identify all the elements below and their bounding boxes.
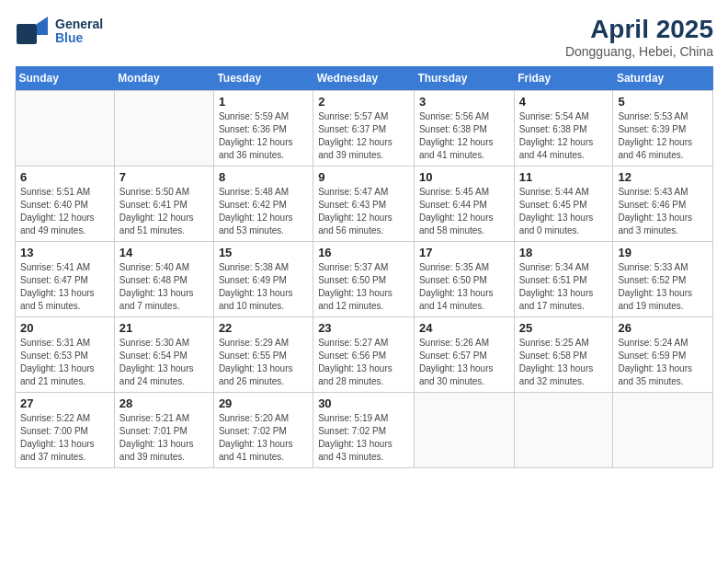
day-info: Sunrise: 5:44 AM Sunset: 6:45 PM Dayligh… bbox=[519, 186, 609, 237]
calendar-cell: 23Sunrise: 5:27 AM Sunset: 6:56 PM Dayli… bbox=[313, 317, 415, 393]
calendar-cell bbox=[613, 393, 713, 468]
day-number: 22 bbox=[219, 321, 308, 335]
weekday-header: Sunday bbox=[16, 66, 115, 91]
svg-marker-1 bbox=[37, 17, 48, 35]
logo-text: General Blue bbox=[55, 17, 103, 46]
weekday-header: Thursday bbox=[414, 66, 514, 91]
day-number: 14 bbox=[119, 246, 209, 259]
weekday-header: Tuesday bbox=[213, 66, 313, 91]
calendar-cell: 22Sunrise: 5:29 AM Sunset: 6:55 PM Dayli… bbox=[213, 317, 313, 393]
day-number: 13 bbox=[20, 246, 109, 259]
calendar-table: SundayMondayTuesdayWednesdayThursdayFrid… bbox=[15, 66, 713, 468]
calendar-cell: 2Sunrise: 5:57 AM Sunset: 6:37 PM Daylig… bbox=[313, 91, 415, 167]
calendar-week-row: 13Sunrise: 5:41 AM Sunset: 6:47 PM Dayli… bbox=[16, 242, 713, 317]
day-info: Sunrise: 5:50 AM Sunset: 6:41 PM Dayligh… bbox=[119, 186, 209, 237]
calendar-cell: 16Sunrise: 5:37 AM Sunset: 6:50 PM Dayli… bbox=[313, 242, 415, 317]
calendar-cell: 17Sunrise: 5:35 AM Sunset: 6:50 PM Dayli… bbox=[414, 242, 514, 317]
calendar-cell: 9Sunrise: 5:47 AM Sunset: 6:43 PM Daylig… bbox=[313, 167, 415, 242]
day-info: Sunrise: 5:41 AM Sunset: 6:47 PM Dayligh… bbox=[20, 261, 109, 313]
day-number: 17 bbox=[419, 246, 509, 259]
day-info: Sunrise: 5:43 AM Sunset: 6:46 PM Dayligh… bbox=[618, 186, 708, 237]
calendar-cell: 18Sunrise: 5:34 AM Sunset: 6:51 PM Dayli… bbox=[514, 242, 613, 317]
calendar-cell: 7Sunrise: 5:50 AM Sunset: 6:41 PM Daylig… bbox=[114, 167, 213, 242]
calendar-cell: 28Sunrise: 5:21 AM Sunset: 7:01 PM Dayli… bbox=[114, 393, 213, 468]
day-info: Sunrise: 5:40 AM Sunset: 6:48 PM Dayligh… bbox=[119, 261, 209, 313]
day-number: 6 bbox=[20, 170, 109, 184]
day-number: 27 bbox=[20, 396, 109, 410]
day-number: 28 bbox=[119, 396, 209, 410]
day-info: Sunrise: 5:47 AM Sunset: 6:43 PM Dayligh… bbox=[318, 186, 409, 237]
day-number: 8 bbox=[219, 170, 308, 184]
day-number: 21 bbox=[119, 321, 209, 335]
calendar-cell: 1Sunrise: 5:59 AM Sunset: 6:36 PM Daylig… bbox=[213, 91, 313, 167]
day-info: Sunrise: 5:59 AM Sunset: 6:36 PM Dayligh… bbox=[219, 110, 308, 162]
day-number: 16 bbox=[318, 246, 409, 259]
day-info: Sunrise: 5:53 AM Sunset: 6:39 PM Dayligh… bbox=[618, 110, 708, 162]
title-area: April 2025 Dongguang, Hebei, China bbox=[565, 15, 713, 59]
calendar-cell: 4Sunrise: 5:54 AM Sunset: 6:38 PM Daylig… bbox=[514, 91, 613, 167]
day-info: Sunrise: 5:20 AM Sunset: 7:02 PM Dayligh… bbox=[219, 412, 308, 464]
calendar-cell: 15Sunrise: 5:38 AM Sunset: 6:49 PM Dayli… bbox=[213, 242, 313, 317]
weekday-header: Monday bbox=[114, 66, 213, 91]
calendar-cell bbox=[16, 91, 115, 167]
calendar-cell: 29Sunrise: 5:20 AM Sunset: 7:02 PM Dayli… bbox=[213, 393, 313, 468]
day-number: 29 bbox=[219, 396, 308, 410]
calendar-week-row: 27Sunrise: 5:22 AM Sunset: 7:00 PM Dayli… bbox=[16, 393, 713, 468]
day-number: 24 bbox=[419, 321, 509, 335]
day-number: 7 bbox=[119, 170, 209, 184]
logo: General Blue bbox=[15, 15, 103, 48]
day-info: Sunrise: 5:29 AM Sunset: 6:55 PM Dayligh… bbox=[219, 337, 308, 388]
calendar-week-row: 6Sunrise: 5:51 AM Sunset: 6:40 PM Daylig… bbox=[16, 167, 713, 242]
day-info: Sunrise: 5:34 AM Sunset: 6:51 PM Dayligh… bbox=[519, 261, 609, 313]
weekday-header: Friday bbox=[514, 66, 613, 91]
day-info: Sunrise: 5:24 AM Sunset: 6:59 PM Dayligh… bbox=[618, 337, 708, 388]
calendar-cell: 30Sunrise: 5:19 AM Sunset: 7:02 PM Dayli… bbox=[313, 393, 415, 468]
calendar-week-row: 20Sunrise: 5:31 AM Sunset: 6:53 PM Dayli… bbox=[16, 317, 713, 393]
calendar-cell: 25Sunrise: 5:25 AM Sunset: 6:58 PM Dayli… bbox=[514, 317, 613, 393]
day-info: Sunrise: 5:38 AM Sunset: 6:49 PM Dayligh… bbox=[219, 261, 308, 313]
day-number: 25 bbox=[519, 321, 609, 335]
calendar-cell: 26Sunrise: 5:24 AM Sunset: 6:59 PM Dayli… bbox=[613, 317, 713, 393]
calendar-cell: 19Sunrise: 5:33 AM Sunset: 6:52 PM Dayli… bbox=[613, 242, 713, 317]
day-info: Sunrise: 5:21 AM Sunset: 7:01 PM Dayligh… bbox=[119, 412, 209, 464]
day-info: Sunrise: 5:35 AM Sunset: 6:50 PM Dayligh… bbox=[419, 261, 509, 313]
day-info: Sunrise: 5:22 AM Sunset: 7:00 PM Dayligh… bbox=[20, 412, 109, 464]
weekday-header: Wednesday bbox=[313, 66, 415, 91]
day-number: 10 bbox=[419, 170, 509, 184]
weekday-header-row: SundayMondayTuesdayWednesdayThursdayFrid… bbox=[16, 66, 713, 91]
day-number: 2 bbox=[318, 95, 409, 109]
day-info: Sunrise: 5:30 AM Sunset: 6:54 PM Dayligh… bbox=[119, 337, 209, 388]
calendar-cell: 14Sunrise: 5:40 AM Sunset: 6:48 PM Dayli… bbox=[114, 242, 213, 317]
day-number: 5 bbox=[618, 95, 708, 109]
logo-general: General bbox=[55, 17, 103, 31]
calendar-cell: 8Sunrise: 5:48 AM Sunset: 6:42 PM Daylig… bbox=[213, 167, 313, 242]
day-number: 4 bbox=[519, 95, 609, 109]
day-number: 3 bbox=[419, 95, 509, 109]
calendar-cell: 10Sunrise: 5:45 AM Sunset: 6:44 PM Dayli… bbox=[414, 167, 514, 242]
day-info: Sunrise: 5:51 AM Sunset: 6:40 PM Dayligh… bbox=[20, 186, 109, 237]
day-number: 20 bbox=[20, 321, 109, 335]
day-number: 11 bbox=[519, 170, 609, 184]
header: General Blue April 2025 Dongguang, Hebei… bbox=[15, 15, 713, 59]
weekday-header: Saturday bbox=[613, 66, 713, 91]
main-title: April 2025 bbox=[565, 15, 713, 44]
calendar-cell: 3Sunrise: 5:56 AM Sunset: 6:38 PM Daylig… bbox=[414, 91, 514, 167]
calendar-cell: 6Sunrise: 5:51 AM Sunset: 6:40 PM Daylig… bbox=[16, 167, 115, 242]
calendar-cell bbox=[414, 393, 514, 468]
calendar-cell: 21Sunrise: 5:30 AM Sunset: 6:54 PM Dayli… bbox=[114, 317, 213, 393]
calendar-cell: 27Sunrise: 5:22 AM Sunset: 7:00 PM Dayli… bbox=[16, 393, 115, 468]
calendar-cell: 12Sunrise: 5:43 AM Sunset: 6:46 PM Dayli… bbox=[613, 167, 713, 242]
day-number: 18 bbox=[519, 246, 609, 259]
sub-title: Dongguang, Hebei, China bbox=[565, 44, 713, 59]
day-number: 26 bbox=[618, 321, 708, 335]
day-info: Sunrise: 5:54 AM Sunset: 6:38 PM Dayligh… bbox=[519, 110, 609, 162]
calendar-cell: 24Sunrise: 5:26 AM Sunset: 6:57 PM Dayli… bbox=[414, 317, 514, 393]
logo-blue: Blue bbox=[55, 31, 103, 45]
day-info: Sunrise: 5:33 AM Sunset: 6:52 PM Dayligh… bbox=[618, 261, 708, 313]
day-number: 19 bbox=[618, 246, 708, 259]
day-number: 30 bbox=[318, 396, 409, 410]
calendar-cell: 11Sunrise: 5:44 AM Sunset: 6:45 PM Dayli… bbox=[514, 167, 613, 242]
day-number: 9 bbox=[318, 170, 409, 184]
calendar-cell bbox=[114, 91, 213, 167]
logo-icon bbox=[15, 15, 51, 48]
